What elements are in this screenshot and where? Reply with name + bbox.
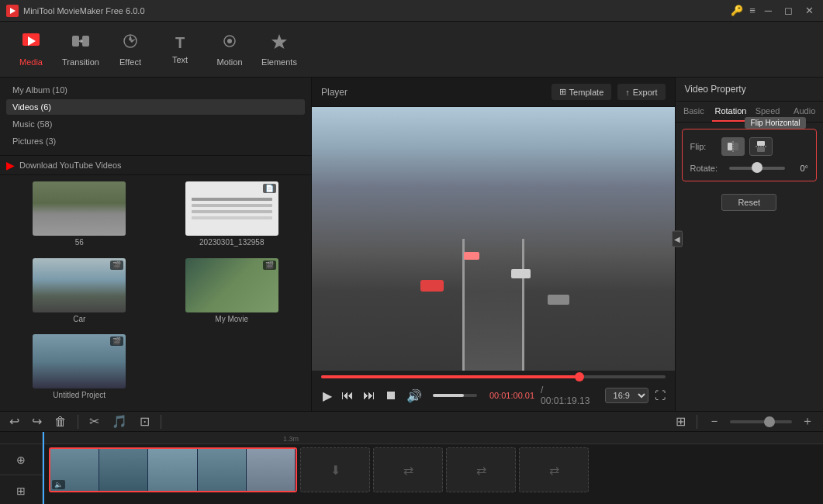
close-button[interactable]: ✕ [802, 3, 817, 18]
player-title: Player [321, 87, 348, 98]
svg-point-7 [227, 39, 232, 43]
cut-button[interactable]: ✂ [86, 413, 102, 430]
tab-rotation[interactable]: Rotation [712, 102, 749, 122]
yt-download[interactable]: ▶ Download YouTube Videos [0, 156, 311, 175]
media-thumb-1 [33, 181, 126, 236]
tl-separator-3 [697, 415, 697, 429]
timeline-toolbar: ↩ ↪ 🗑 ✂ 🎵 ⊡ ⊞ － ＋ [0, 412, 823, 432]
volume-slider[interactable] [433, 394, 477, 397]
crop-button[interactable]: ⊡ [137, 413, 153, 430]
zoom-slider[interactable] [730, 420, 792, 423]
transition-slot-3[interactable]: ⇄ [446, 447, 516, 492]
toolbar-media[interactable]: Media [6, 26, 56, 73]
total-time: / 00:01:19.13 [541, 385, 592, 406]
media-label-4: My Movie [215, 315, 248, 323]
left-panel: My Album (10) Videos (6) Music (58) Pict… [0, 78, 312, 411]
nav-album[interactable]: My Album (10) [6, 82, 305, 98]
export-button[interactable]: ↑ Export [617, 84, 665, 100]
rotation-section: Flip: Flip Horizontal Rotate: [682, 129, 817, 181]
volume-fill [433, 394, 464, 397]
svg-marker-0 [10, 8, 16, 14]
collapse-arrow[interactable]: ◀ [672, 231, 683, 247]
timeline-ruler: 1.3m [43, 432, 823, 444]
flip-tooltip: Flip Horizontal [745, 117, 807, 129]
volume-button[interactable]: 🔊 [405, 387, 424, 405]
zoom-out-button[interactable]: － [705, 412, 724, 431]
right-panel: Video Property Basic Rotation Speed Audi… [675, 78, 823, 411]
audio-track [43, 495, 823, 504]
toolbar-elements[interactable]: Elements [254, 26, 304, 73]
flip-vertical-button[interactable] [749, 137, 773, 156]
transition-slot-4[interactable]: ⇄ [519, 447, 589, 492]
add-track-icon[interactable]: ⊕ [16, 454, 26, 466]
yt-download-label: Download YouTube Videos [19, 161, 122, 170]
trans-icon-1: ⬇ [330, 463, 341, 478]
progress-thumb[interactable] [575, 372, 584, 381]
transition-slot-1[interactable]: ⬇ [300, 447, 370, 492]
trans-icon-4: ⇄ [549, 463, 559, 478]
nav-videos[interactable]: Videos (6) [6, 99, 305, 115]
controls-row: ▶ ⏮ ⏭ ⏹ 🔊 00:01:00.01 / 00:01:19.13 16:9… [321, 385, 666, 406]
media-item-2[interactable]: 📄 20230301_132958 [159, 181, 306, 252]
track-area: 1.3m 🔈 [43, 432, 823, 504]
video-clip-selected[interactable]: 🔈 [49, 447, 297, 492]
delete-button[interactable]: 🗑 [51, 413, 70, 430]
trans-icon-3: ⇄ [476, 463, 486, 478]
toolbar-elements-label: Elements [261, 57, 297, 67]
flip-label: Flip: [690, 142, 721, 151]
progress-bar[interactable] [321, 375, 666, 378]
prev-button[interactable]: ⏮ [340, 387, 355, 404]
template-button[interactable]: ⊞ Template [552, 84, 612, 100]
toolbar-transition[interactable]: Transition [56, 26, 105, 73]
thumb-badge-2: 📄 [263, 184, 276, 193]
undo-button[interactable]: ↩ [6, 413, 22, 430]
clip-frame-4 [198, 449, 247, 491]
nav-pictures[interactable]: Pictures (3) [6, 133, 305, 149]
svg-rect-4 [82, 36, 89, 47]
media-label-3: Car [73, 315, 85, 323]
rotate-value: 0° [790, 164, 808, 173]
flip-row: Flip: Flip Horizontal [690, 137, 808, 156]
media-label-5: Untitled Project [53, 391, 105, 399]
tl-separator-1 [78, 415, 78, 429]
ratio-select[interactable]: 16:9 9:16 4:3 1:1 [605, 388, 648, 403]
svg-rect-9 [734, 143, 738, 150]
split-track-button[interactable]: ⊞ [673, 413, 689, 430]
media-item-3[interactable]: 🎬 Car [6, 258, 153, 329]
clip-audio-badge: 🔈 [52, 480, 65, 489]
stop-button[interactable]: ⏹ [383, 387, 399, 404]
toolbar-text[interactable]: T Text [155, 26, 205, 73]
track-labels: ⊕ ⊞ ♪ [0, 432, 43, 504]
media-item-1[interactable]: 56 [6, 181, 153, 252]
toolbar-effect[interactable]: Effect [105, 26, 155, 73]
flip-horizontal-button[interactable] [721, 137, 745, 156]
player-header: Player ⊞ Template ↑ Export [312, 78, 675, 107]
export-label: Export [633, 88, 658, 97]
clip-frame-3 [148, 449, 197, 491]
svg-rect-11 [757, 141, 765, 146]
toolbar-motion[interactable]: Motion [205, 26, 254, 73]
rotate-thumb[interactable] [752, 162, 762, 173]
next-button[interactable]: ⏭ [361, 387, 377, 404]
transition-track-icon: ⊞ [16, 485, 26, 497]
transition-icon [71, 33, 90, 54]
redo-button[interactable]: ↪ [29, 413, 45, 430]
audio-button[interactable]: 🎵 [109, 413, 130, 430]
video-container: ◀ [312, 107, 675, 371]
motion-icon [220, 33, 239, 54]
rotate-slider-wrap [729, 167, 785, 170]
rotate-slider[interactable] [729, 167, 785, 170]
minimize-button[interactable]: ─ [762, 3, 775, 18]
media-item-5[interactable]: 🎬 Untitled Project [6, 334, 153, 405]
transition-slot-2[interactable]: ⇄ [373, 447, 443, 492]
play-button[interactable]: ▶ [321, 387, 334, 405]
nav-music[interactable]: Music (58) [6, 116, 305, 132]
media-icon [22, 33, 40, 54]
fullscreen-button[interactable]: ⛶ [655, 389, 666, 402]
tab-basic[interactable]: Basic [676, 102, 713, 122]
rotate-label: Rotate: [690, 164, 729, 173]
zoom-in-button[interactable]: ＋ [798, 412, 817, 431]
media-item-4[interactable]: 🎬 My Movie [159, 258, 306, 329]
restore-button[interactable]: ◻ [781, 3, 796, 18]
reset-button[interactable]: Reset [721, 194, 776, 211]
